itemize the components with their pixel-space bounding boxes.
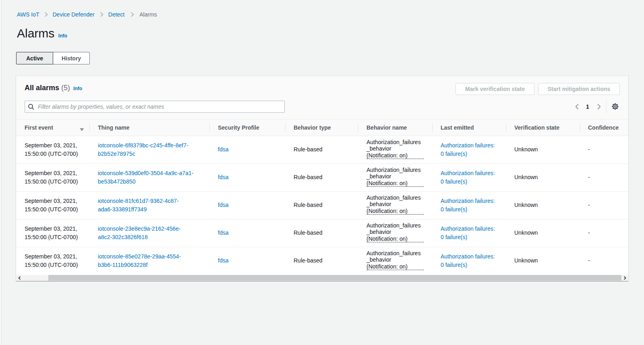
column-header-confidence[interactable]: Confidence [580, 120, 628, 136]
cell-confidence: - [580, 191, 628, 219]
cell-verification-state: Unknown [506, 136, 580, 163]
column-header-behavior-type[interactable]: Behavior type [285, 120, 358, 136]
security-profile-link[interactable]: fdsa [218, 229, 228, 236]
page-title-info-link[interactable]: Info [58, 33, 67, 39]
behavior-name-tooltip-trigger[interactable]: Authorization_failures_behavior(Notifica… [367, 194, 424, 215]
pagination: 1 [572, 101, 628, 113]
cell-behavior-name: Authorization_failures_behavior(Notifica… [358, 163, 432, 191]
next-page-button[interactable] [594, 101, 604, 113]
current-page-number[interactable]: 1 [583, 101, 592, 113]
cell-security-profile: fdsa [209, 219, 285, 247]
breadcrumb-link-device-defender[interactable]: Device Defender [53, 11, 95, 18]
cell-behavior-type: Rule-based [285, 191, 358, 219]
alarm-row: September 03, 2021,15:50:00 (UTC-0700) i… [16, 219, 628, 247]
column-header-behavior-name[interactable]: Behavior name [358, 120, 432, 136]
panel-title: All alarms (5) Info [25, 83, 82, 93]
scrollbar-right-arrow-icon[interactable] [621, 275, 628, 281]
cell-first-event: September 03, 2021,15:50:00 (UTC-0700) [16, 163, 89, 191]
thing-name-link[interactable]: iotconsole-85e0278e-29aa-4554-b3b6-111b9… [98, 252, 201, 269]
security-profile-link[interactable]: fdsa [218, 257, 228, 264]
breadcrumb-separator-icon [100, 12, 104, 17]
breadcrumb-current: Alarms [139, 11, 157, 18]
cell-security-profile: fdsa [209, 163, 285, 191]
thing-name-link[interactable]: iotconsole-23e8ec9a-2162-456e-a8c2-302c3… [98, 225, 201, 242]
cell-verification-state: Unknown [506, 247, 580, 275]
security-profile-link[interactable]: fdsa [218, 174, 228, 180]
sort-descending-icon [80, 126, 84, 129]
tab-active[interactable]: Active [16, 52, 53, 64]
cell-behavior-type: Rule-based [285, 163, 358, 191]
cell-verification-state: Unknown [506, 191, 580, 219]
collapsed-side-panel-edge [0, 0, 1, 345]
cell-first-event: September 03, 2021,15:50:00 (UTC-0700) [16, 219, 89, 247]
mark-verification-state-button[interactable]: Mark verification state [456, 83, 534, 95]
start-mitigation-actions-button[interactable]: Start mitigation actions [538, 83, 620, 95]
last-emitted-link[interactable]: Authorization failures:0 failure(s) [441, 141, 498, 158]
thing-name-link[interactable]: iotconsole-539d0ef0-3504-4a9c-a7a1-be53b… [98, 169, 201, 186]
alarm-count: (5) [61, 84, 70, 92]
scrollbar-thumb[interactable] [48, 275, 621, 281]
cell-thing-name: iotconsole-6f8379bc-c245-4ffe-8ef7-b2b52… [89, 136, 209, 163]
cell-confidence: - [580, 163, 628, 191]
last-emitted-link[interactable]: Authorization failures:0 failure(s) [441, 225, 498, 242]
cell-behavior-type: Rule-based [285, 247, 358, 275]
column-header-thing-name[interactable]: Thing name [89, 120, 209, 136]
alarms-table: First event Thing name Security Profile … [16, 120, 628, 275]
last-emitted-link[interactable]: Authorization failures:0 failure(s) [441, 169, 498, 186]
panel-actions: Mark verification state Start mitigation… [456, 83, 620, 95]
alarm-row: September 03, 2021,15:50:00 (UTC-0700) i… [16, 136, 628, 163]
breadcrumb-link-aws-iot[interactable]: AWS IoT [17, 11, 39, 18]
cell-behavior-type: Rule-based [285, 136, 358, 163]
all-alarms-panel: All alarms (5) Info Mark verification st… [16, 76, 628, 281]
security-profile-link[interactable]: fdsa [218, 146, 228, 153]
column-header-first-event[interactable]: First event [16, 120, 89, 136]
breadcrumb-link-detect[interactable]: Detect [108, 11, 124, 18]
horizontal-scrollbar[interactable] [16, 275, 628, 281]
thing-name-link[interactable]: iotconsole-81fc61d7-9362-4c87-ada6-33389… [98, 197, 201, 214]
breadcrumb-separator-icon [130, 12, 134, 17]
last-emitted-link[interactable]: Authorization failures:0 failure(s) [441, 252, 498, 269]
last-emitted-link[interactable]: Authorization failures:0 failure(s) [441, 197, 498, 214]
behavior-name-tooltip-trigger[interactable]: Authorization_failures_behavior(Notifica… [367, 222, 424, 243]
cell-behavior-type: Rule-based [285, 219, 358, 247]
cell-thing-name: iotconsole-539d0ef0-3504-4a9c-a7a1-be53b… [89, 163, 209, 191]
cell-last-emitted: Authorization failures:0 failure(s) [432, 247, 506, 275]
tab-history[interactable]: History [53, 52, 90, 64]
pagination-divider [606, 99, 607, 113]
filter-input[interactable] [25, 101, 285, 113]
cell-confidence: - [580, 247, 628, 275]
cell-verification-state: Unknown [506, 219, 580, 247]
cell-behavior-name: Authorization_failures_behavior(Notifica… [358, 191, 432, 219]
column-header-verification-state[interactable]: Verification state [506, 120, 580, 136]
previous-page-button[interactable] [572, 101, 582, 113]
cell-thing-name: iotconsole-81fc61d7-9362-4c87-ada6-33389… [89, 191, 209, 219]
alarm-row: September 03, 2021,15:50:00 (UTC-0700) i… [16, 247, 628, 275]
cell-last-emitted: Authorization failures:0 failure(s) [432, 136, 506, 163]
settings-gear-icon[interactable] [610, 101, 620, 113]
alarm-row: September 03, 2021,15:50:00 (UTC-0700) i… [16, 191, 628, 219]
cell-last-emitted: Authorization failures:0 failure(s) [432, 219, 506, 247]
behavior-name-tooltip-trigger[interactable]: Authorization_failures_behavior(Notifica… [367, 139, 424, 159]
cell-last-emitted: Authorization failures:0 failure(s) [432, 163, 506, 191]
cell-first-event: September 03, 2021,15:50:00 (UTC-0700) [16, 247, 89, 275]
cell-security-profile: fdsa [209, 191, 285, 219]
cell-verification-state: Unknown [506, 163, 580, 191]
column-header-last-emitted[interactable]: Last emitted [432, 120, 506, 136]
alarms-table-container: First event Thing name Security Profile … [16, 120, 628, 275]
security-profile-link[interactable]: fdsa [218, 202, 228, 208]
behavior-name-tooltip-trigger[interactable]: Authorization_failures_behavior(Notifica… [367, 250, 424, 271]
scrollbar-left-arrow-icon[interactable] [16, 275, 23, 281]
cell-thing-name: iotconsole-85e0278e-29aa-4554-b3b6-111b9… [89, 247, 209, 275]
behavior-name-tooltip-trigger[interactable]: Authorization_failures_behavior(Notifica… [367, 167, 424, 187]
cell-security-profile: fdsa [209, 247, 285, 275]
alarm-row: September 03, 2021,15:50:00 (UTC-0700) i… [16, 163, 628, 191]
table-header-row: First event Thing name Security Profile … [16, 120, 628, 136]
cell-confidence: - [580, 136, 628, 163]
cell-first-event: September 03, 2021,15:50:00 (UTC-0700) [16, 191, 89, 219]
panel-title-text: All alarms [25, 84, 59, 92]
column-header-security-profile[interactable]: Security Profile [209, 120, 285, 136]
view-tabs: Active History [16, 52, 90, 64]
thing-name-link[interactable]: iotconsole-6f8379bc-c245-4ffe-8ef7-b2b52… [98, 141, 201, 158]
panel-info-link[interactable]: Info [73, 86, 82, 91]
cell-confidence: - [580, 219, 628, 247]
